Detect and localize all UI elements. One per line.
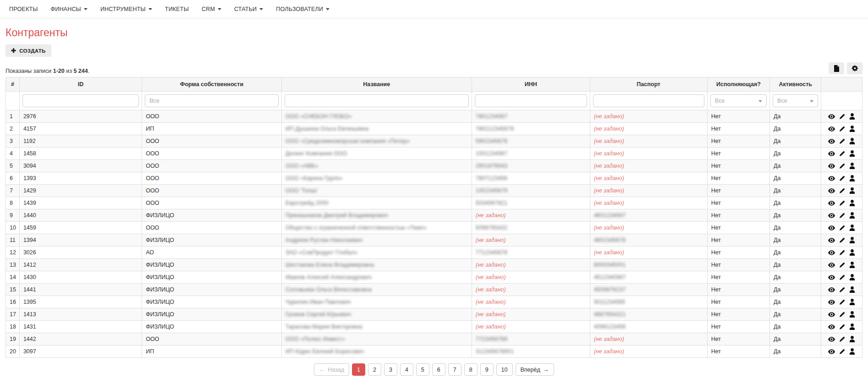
not-set-value: (не задано): [476, 274, 506, 280]
view-button[interactable]: [828, 151, 835, 156]
update-button[interactable]: [839, 200, 845, 206]
nav-item-7[interactable]: ПОЛЬЗОВАТЕЛИ: [269, 0, 336, 18]
pagination-page-9[interactable]: 9: [480, 363, 494, 376]
nav-item-5[interactable]: CRM: [195, 0, 228, 18]
column-header-Название[interactable]: Название: [281, 77, 472, 92]
pagination-page-4[interactable]: 4: [400, 363, 413, 376]
update-button[interactable]: [839, 213, 845, 219]
column-header-Паспорт[interactable]: Паспорт: [590, 77, 707, 92]
view-button[interactable]: [828, 201, 835, 206]
view-button[interactable]: [828, 164, 835, 169]
settings-button[interactable]: [847, 62, 863, 74]
column-header-#[interactable]: #: [6, 77, 20, 92]
update-button[interactable]: [839, 262, 845, 268]
contact-button[interactable]: [849, 336, 855, 342]
view-button[interactable]: [828, 176, 835, 181]
column-header-Форма собственности[interactable]: Форма собственности: [142, 77, 282, 92]
nav-item-2[interactable]: ФИНАНСЫ: [44, 0, 94, 18]
name-filter-input[interactable]: [285, 94, 469, 107]
update-button[interactable]: [839, 138, 845, 144]
update-button[interactable]: [839, 324, 845, 330]
pagination-page-2[interactable]: 2: [368, 363, 381, 376]
contact-button[interactable]: [849, 262, 855, 268]
update-button[interactable]: [839, 114, 845, 120]
view-button[interactable]: [828, 300, 835, 305]
person-icon: [849, 324, 855, 330]
update-button[interactable]: [839, 237, 845, 243]
view-button[interactable]: [828, 337, 835, 342]
view-button[interactable]: [828, 312, 835, 317]
contact-button[interactable]: [849, 324, 855, 330]
column-header-Исполняющая?[interactable]: Исполняющая?: [707, 77, 769, 92]
ownership-filter-input[interactable]: [145, 94, 279, 107]
nav-item-4[interactable]: ТИКЕТЫ: [159, 0, 195, 18]
view-button[interactable]: [828, 126, 835, 132]
update-button[interactable]: [839, 225, 845, 231]
column-header-Активность[interactable]: Активность: [770, 77, 821, 92]
pagination-back-button[interactable]: ←Назад: [314, 363, 349, 376]
view-button[interactable]: [828, 139, 835, 144]
contact-button[interactable]: [849, 286, 855, 293]
contact-button[interactable]: [849, 225, 855, 231]
contact-button[interactable]: [849, 274, 855, 280]
update-button[interactable]: [839, 188, 845, 194]
pagination-forward-button[interactable]: Вперёд→: [516, 363, 554, 376]
update-button[interactable]: [839, 274, 845, 280]
contact-button[interactable]: [849, 212, 855, 219]
update-button[interactable]: [839, 336, 845, 342]
view-button[interactable]: [828, 324, 835, 329]
update-button[interactable]: [839, 151, 845, 157]
update-button[interactable]: [839, 126, 845, 132]
view-button[interactable]: [828, 114, 835, 119]
update-button[interactable]: [839, 163, 845, 169]
nav-item-6[interactable]: СТАТЬИ: [228, 0, 269, 18]
id-filter-input[interactable]: [22, 94, 139, 107]
pagination-page-3[interactable]: 3: [384, 363, 397, 376]
contact-button[interactable]: [849, 138, 855, 144]
pagination-page-10[interactable]: 10: [496, 363, 513, 376]
update-button[interactable]: [839, 312, 845, 318]
contact-button[interactable]: [849, 237, 855, 243]
column-header-ID[interactable]: ID: [19, 77, 142, 92]
view-button[interactable]: [828, 275, 835, 280]
update-button[interactable]: [839, 287, 845, 293]
nav-item-1[interactable]: ПРОЕКТЫ: [3, 0, 44, 18]
update-button[interactable]: [839, 176, 845, 181]
view-button[interactable]: [828, 349, 835, 354]
contact-button[interactable]: [849, 348, 855, 355]
pagination-page-6[interactable]: 6: [432, 363, 445, 376]
view-button[interactable]: [828, 238, 835, 243]
pagination-page-7[interactable]: 7: [448, 363, 461, 376]
eye-icon: [828, 324, 835, 329]
contact-button[interactable]: [849, 126, 855, 132]
update-button[interactable]: [839, 349, 845, 355]
view-button[interactable]: [828, 263, 835, 268]
view-button[interactable]: [828, 287, 835, 292]
contact-button[interactable]: [849, 175, 855, 181]
contact-button[interactable]: [849, 163, 855, 169]
contact-button[interactable]: [849, 249, 855, 256]
pagination-page-8[interactable]: 8: [464, 363, 478, 376]
pagination-page-1[interactable]: 1: [352, 363, 365, 376]
update-button[interactable]: [839, 299, 845, 305]
contact-button[interactable]: [849, 187, 855, 194]
update-button[interactable]: [839, 250, 845, 256]
contact-button[interactable]: [849, 200, 855, 206]
view-button[interactable]: [828, 188, 835, 193]
passport-filter-input[interactable]: [593, 94, 704, 107]
column-header-ИНН[interactable]: ИНН: [472, 77, 590, 92]
contact-button[interactable]: [849, 113, 855, 120]
contact-button[interactable]: [849, 150, 855, 157]
contact-button[interactable]: [849, 311, 855, 318]
pagination-page-5[interactable]: 5: [416, 363, 429, 376]
view-button[interactable]: [828, 250, 835, 255]
view-button[interactable]: [828, 225, 835, 230]
create-button[interactable]: ✚ СОЗДАТЬ: [5, 44, 51, 57]
executing-filter-select[interactable]: Все: [710, 94, 767, 107]
view-button[interactable]: [828, 213, 835, 218]
inn-filter-input[interactable]: [475, 94, 587, 107]
activity-filter-select[interactable]: Все: [773, 94, 818, 107]
contact-button[interactable]: [849, 299, 855, 305]
export-button[interactable]: [829, 62, 844, 74]
nav-item-3[interactable]: ИНСТРУМЕНТЫ: [94, 0, 159, 18]
